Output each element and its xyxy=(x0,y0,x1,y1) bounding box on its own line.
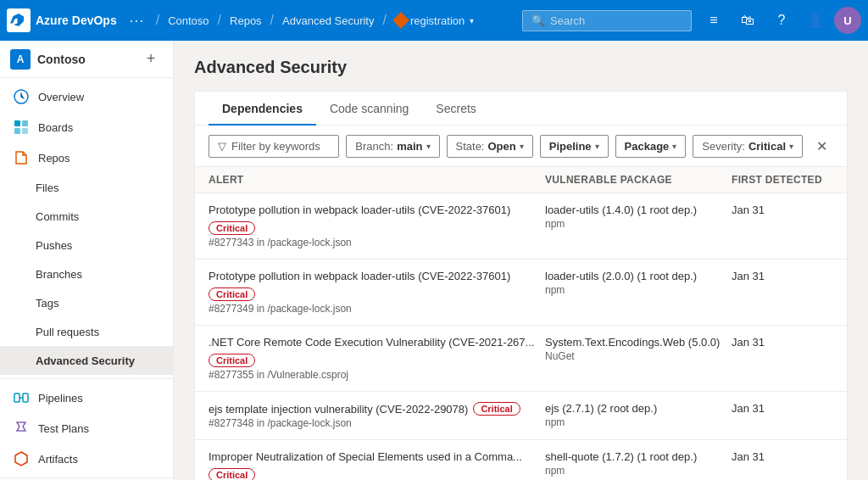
artifacts-icon xyxy=(13,450,30,467)
keyword-filter-input[interactable]: ▽ Filter by keywords xyxy=(209,135,339,158)
filter-icon: ▽ xyxy=(218,140,226,153)
vulnerable-package: loader-utils (1.4.0) (1 root dep.) xyxy=(545,204,732,216)
breadcrumb-contoso[interactable]: Contoso xyxy=(168,14,209,27)
alert-name: .NET Core Remote Code Execution Vulnerab… xyxy=(209,336,545,367)
nav-icons: ≡ 🛍 ? 👤 U xyxy=(698,5,861,36)
breadcrumb-repos[interactable]: Repos xyxy=(230,14,262,27)
first-detected: Jan 31 xyxy=(732,204,833,216)
notifications-icon[interactable]: ≡ xyxy=(698,5,729,36)
critical-badge: Critical xyxy=(209,354,255,367)
testplans-icon xyxy=(13,420,30,437)
package-type: NuGet xyxy=(545,350,732,362)
critical-badge: Critical xyxy=(209,468,255,480)
content-card: Dependencies Code scanning Secrets ▽ Fil… xyxy=(194,91,848,480)
package-type: npm xyxy=(545,416,732,428)
help-icon[interactable]: ? xyxy=(766,5,797,36)
user-avatar[interactable]: U xyxy=(834,7,861,34)
first-detected: Jan 31 xyxy=(732,270,833,282)
user-settings-icon[interactable]: 👤 xyxy=(800,5,831,36)
state-chevron-icon: ▾ xyxy=(520,142,524,151)
sidebar-item-repos[interactable]: Repos xyxy=(0,142,173,173)
svg-rect-1 xyxy=(14,120,20,126)
first-detected: Jan 31 xyxy=(732,402,833,415)
sidebar-item-tags[interactable]: Tags xyxy=(0,288,173,317)
alert-name: Prototype pollution in webpack loader-ut… xyxy=(209,270,545,301)
app-menu-icon[interactable]: ⋯ xyxy=(125,11,147,30)
repos-icon xyxy=(13,149,30,166)
table-row[interactable]: Improper Neutralization of Special Eleme… xyxy=(195,440,847,480)
table-body: Prototype pollution in webpack loader-ut… xyxy=(195,193,847,480)
sidebar-item-commits[interactable]: Commits xyxy=(0,202,173,231)
table-row[interactable]: Prototype pollution in webpack loader-ut… xyxy=(195,260,847,326)
table-row[interactable]: .NET Core Remote Code Execution Vulnerab… xyxy=(195,326,847,392)
vulnerable-package: System.Text.Encodings.Web (5.0.0) xyxy=(545,336,732,349)
severity-filter[interactable]: Severity: Critical ▾ xyxy=(693,135,803,158)
content-area: Advanced Security Dependencies Code scan… xyxy=(174,41,868,480)
svg-rect-3 xyxy=(14,128,20,134)
sidebar-item-testplans[interactable]: Test Plans xyxy=(0,413,173,444)
tab-dependencies[interactable]: Dependencies xyxy=(209,92,316,126)
add-button[interactable]: + xyxy=(139,47,163,71)
boards-icon xyxy=(13,119,30,136)
breadcrumb-advanced-security[interactable]: Advanced Security xyxy=(282,14,374,27)
alert-name: Improper Neutralization of Special Eleme… xyxy=(209,450,545,480)
main-layout: A Contoso + Overview Boards xyxy=(0,41,868,480)
sidebar-item-advanced-security[interactable]: Advanced Security xyxy=(0,346,173,375)
sidebar-nav: Overview Boards Repos Files Co xyxy=(0,78,173,477)
sidebar-header: A Contoso + xyxy=(0,41,173,78)
svg-rect-6 xyxy=(23,393,28,402)
sidebar-item-pushes[interactable]: Pushes xyxy=(0,231,173,260)
sidebar: A Contoso + Overview Boards xyxy=(0,41,174,480)
vulnerable-package: ejs (2.7.1) (2 root dep.) xyxy=(545,402,732,415)
state-filter[interactable]: State: Open ▾ xyxy=(447,135,533,158)
critical-badge: Critical xyxy=(209,287,255,301)
first-detected: Jan 31 xyxy=(732,336,833,349)
org-name[interactable]: A Contoso xyxy=(10,49,86,70)
first-detected: Jan 31 xyxy=(732,450,833,463)
search-box[interactable]: 🔍 Search xyxy=(522,10,692,31)
app-name[interactable]: Azure DevOps xyxy=(36,14,117,27)
top-navigation: Azure DevOps ⋯ / Contoso / Repos / Advan… xyxy=(0,0,868,41)
filter-bar: ▽ Filter by keywords Branch: main ▾ Stat… xyxy=(195,126,847,167)
sidebar-item-boards[interactable]: Boards xyxy=(0,112,173,142)
table-header: Alert Vulnerable package First detected xyxy=(195,167,847,193)
critical-badge: Critical xyxy=(209,221,255,235)
alert-name: ejs template injection vulnerability (CV… xyxy=(209,402,545,416)
table-row[interactable]: ejs template injection vulnerability (CV… xyxy=(195,392,847,440)
azure-devops-logo[interactable] xyxy=(7,8,31,32)
branch-chevron-icon: ▾ xyxy=(426,142,431,151)
svg-rect-5 xyxy=(14,393,19,402)
sidebar-item-pipelines[interactable]: Pipelines xyxy=(0,382,173,413)
header-first-detected: First detected xyxy=(732,174,833,186)
tab-secrets[interactable]: Secrets xyxy=(422,92,489,126)
repo-diamond-icon xyxy=(392,12,409,29)
sidebar-item-artifacts[interactable]: Artifacts xyxy=(0,444,173,474)
header-alert: Alert xyxy=(209,174,545,186)
sidebar-item-pull-requests[interactable]: Pull requests xyxy=(0,317,173,346)
alert-sub: #8277343 in /package-lock.json xyxy=(209,237,545,248)
tabs: Dependencies Code scanning Secrets xyxy=(195,92,847,126)
page-title: Advanced Security xyxy=(194,58,848,77)
package-type: npm xyxy=(545,465,732,477)
critical-badge: Critical xyxy=(473,402,520,416)
table-row[interactable]: Prototype pollution in webpack loader-ut… xyxy=(195,193,847,260)
pipelines-icon xyxy=(13,389,30,406)
tab-code-scanning[interactable]: Code scanning xyxy=(316,92,422,126)
package-filter[interactable]: Package ▾ xyxy=(615,135,687,158)
pipeline-filter[interactable]: Pipeline ▾ xyxy=(540,135,609,158)
svg-rect-2 xyxy=(22,120,28,126)
package-type: npm xyxy=(545,218,732,230)
breadcrumb-registration[interactable]: registration ▾ xyxy=(395,14,474,27)
svg-rect-4 xyxy=(22,128,28,134)
sidebar-item-files[interactable]: Files xyxy=(0,173,173,202)
alert-sub: #8277348 in /package-lock.json xyxy=(209,417,545,429)
vulnerable-package: loader-utils (2.0.0) (1 root dep.) xyxy=(545,270,732,282)
package-chevron-icon: ▾ xyxy=(672,142,676,151)
alert-sub: #8277349 in /package-lock.json xyxy=(209,303,545,315)
alert-name: Prototype pollution in webpack loader-ut… xyxy=(209,204,545,235)
clear-filters-button[interactable]: ✕ xyxy=(810,134,833,158)
sidebar-item-branches[interactable]: Branches xyxy=(0,260,173,288)
shopping-bag-icon[interactable]: 🛍 xyxy=(732,5,763,36)
branch-filter[interactable]: Branch: main ▾ xyxy=(346,135,439,158)
sidebar-item-overview[interactable]: Overview xyxy=(0,81,173,112)
